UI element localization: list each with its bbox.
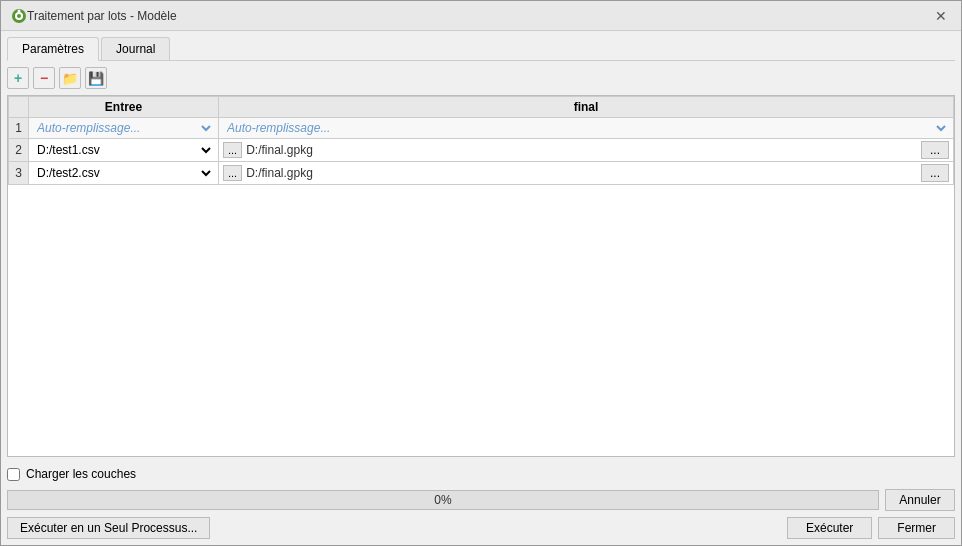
folder-icon: 📁 — [62, 71, 78, 86]
action-buttons: Exécuter en un Seul Processus... Exécute… — [7, 517, 955, 539]
row2-final-browse-button[interactable]: ... — [921, 141, 949, 159]
content-area: Paramètres Journal + − 📁 💾 — [1, 31, 961, 545]
svg-point-2 — [17, 14, 21, 18]
col-final: final — [219, 97, 954, 118]
fermer-button[interactable]: Fermer — [878, 517, 955, 539]
table-row: 3 D:/test2.csv ... D:/final.gpkg — [9, 162, 954, 185]
row1-final-autofill[interactable]: Auto-remplissage... — [223, 120, 949, 136]
row1-entree-cell: Auto-remplissage... — [29, 118, 219, 139]
col-entree: Entree — [29, 97, 219, 118]
window-title: Traitement par lots - Modèle — [27, 9, 931, 23]
table-row: 1 Auto-remplissage... Auto-remplissage..… — [9, 118, 954, 139]
add-row-button[interactable]: + — [7, 67, 29, 89]
toolbar: + − 📁 💾 — [7, 67, 955, 89]
main-window: Traitement par lots - Modèle ✕ Paramètre… — [0, 0, 962, 546]
row-num-1: 1 — [9, 118, 29, 139]
load-layers-checkbox[interactable] — [7, 468, 20, 481]
remove-row-button[interactable]: − — [33, 67, 55, 89]
tab-journal[interactable]: Journal — [101, 37, 170, 60]
batch-table-container: Entree final 1 Auto-remplissage... — [7, 95, 955, 457]
bottom-area: Charger les couches 0% Annuler Exécuter … — [7, 463, 955, 539]
load-layers-label: Charger les couches — [26, 467, 136, 481]
row-num-3: 3 — [9, 162, 29, 185]
annuler-button[interactable]: Annuler — [885, 489, 955, 511]
tab-parametres[interactable]: Paramètres — [7, 37, 99, 61]
row2-final-cell: ... D:/final.gpkg ... — [219, 139, 954, 162]
tab-bar: Paramètres Journal — [7, 37, 955, 61]
progress-label: 0% — [8, 491, 878, 509]
row3-entree-select-container: D:/test2.csv — [33, 165, 214, 181]
row3-final-browse-dots[interactable]: ... — [223, 165, 242, 181]
row3-final-path: D:/final.gpkg — [246, 166, 921, 180]
executer-seul-button[interactable]: Exécuter en un Seul Processus... — [7, 517, 210, 539]
title-bar: Traitement par lots - Modèle ✕ — [1, 1, 961, 31]
load-layers-row: Charger les couches — [7, 463, 955, 485]
row2-entree-cell: D:/test1.csv — [29, 139, 219, 162]
row-num-2: 2 — [9, 139, 29, 162]
row3-final-browse-button[interactable]: ... — [921, 164, 949, 182]
col-num — [9, 97, 29, 118]
row3-final-file-container: ... D:/final.gpkg ... — [223, 164, 949, 182]
row1-entree-autofill[interactable]: Auto-remplissage... — [33, 120, 214, 136]
open-button[interactable]: 📁 — [59, 67, 81, 89]
right-action-buttons: Exécuter Fermer — [787, 517, 955, 539]
minus-icon: − — [40, 70, 48, 86]
svg-point-3 — [18, 9, 21, 12]
row3-entree-select[interactable]: D:/test2.csv — [33, 165, 214, 181]
row2-final-file-container: ... D:/final.gpkg ... — [223, 141, 949, 159]
table-row: 2 D:/test1.csv ... D:/final.gpkg — [9, 139, 954, 162]
row2-entree-select-container: D:/test1.csv — [33, 142, 214, 158]
progress-bar-container: 0% — [7, 490, 879, 510]
progress-section: 0% Annuler — [7, 489, 955, 511]
row2-final-path: D:/final.gpkg — [246, 143, 921, 157]
executer-button[interactable]: Exécuter — [787, 517, 872, 539]
qgis-icon — [11, 8, 27, 24]
row2-final-browse-dots[interactable]: ... — [223, 142, 242, 158]
row3-entree-cell: D:/test2.csv — [29, 162, 219, 185]
row1-final-cell: Auto-remplissage... — [219, 118, 954, 139]
batch-table: Entree final 1 Auto-remplissage... — [8, 96, 954, 185]
close-button[interactable]: ✕ — [931, 6, 951, 26]
row3-final-cell: ... D:/final.gpkg ... — [219, 162, 954, 185]
save-icon: 💾 — [88, 71, 104, 86]
save-button[interactable]: 💾 — [85, 67, 107, 89]
add-icon: + — [14, 70, 22, 86]
row2-entree-select[interactable]: D:/test1.csv — [33, 142, 214, 158]
